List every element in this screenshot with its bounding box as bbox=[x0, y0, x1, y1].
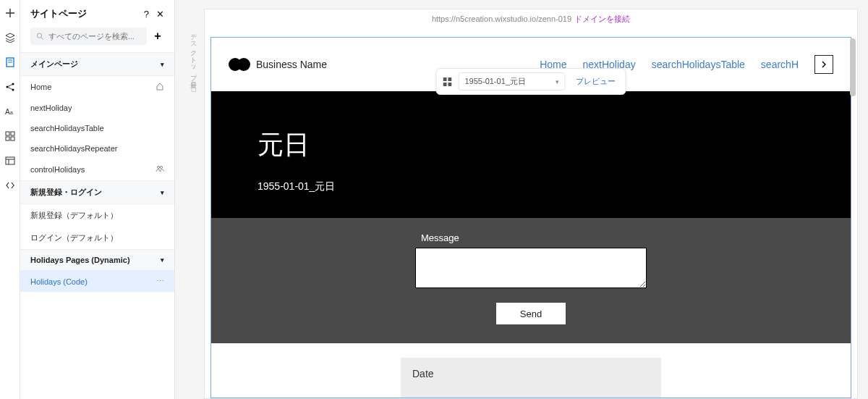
share-icon[interactable] bbox=[4, 81, 16, 93]
connect-domain-link[interactable]: ドメインを接続 bbox=[574, 14, 630, 25]
icon-rail: Aa bbox=[0, 0, 20, 399]
url-bar: https://n5creation.wixstudio.io/zenn-019… bbox=[205, 9, 857, 28]
page-label: searchHolidaysRepeater bbox=[30, 144, 117, 153]
section-auth[interactable]: 新規登録・ログイン ▾ bbox=[20, 180, 174, 204]
table-section: Date Message bbox=[211, 343, 851, 398]
chevron-down-icon: ▾ bbox=[161, 61, 164, 68]
scrollbar-thumb[interactable] bbox=[850, 38, 856, 96]
nav-more-button[interactable] bbox=[814, 55, 833, 74]
svg-rect-11 bbox=[11, 132, 14, 135]
breakpoint-label: デスクトップ最ロ◻ bbox=[188, 29, 198, 93]
section-label: Holidays Pages (Dynamic) bbox=[30, 256, 130, 264]
svg-text:a: a bbox=[10, 110, 13, 115]
page-label: 新規登録（デフォルト） bbox=[30, 210, 118, 221]
page-item-searchrepeater[interactable]: searchHolidaysRepeater bbox=[20, 138, 174, 159]
add-page-button[interactable]: + bbox=[151, 30, 164, 43]
svg-point-19 bbox=[157, 166, 159, 168]
hero-title: 元日 bbox=[258, 127, 804, 163]
typography-icon[interactable]: Aa bbox=[4, 106, 16, 117]
svg-rect-13 bbox=[11, 137, 14, 140]
brand[interactable]: Business Name bbox=[229, 58, 327, 71]
svg-rect-23 bbox=[443, 83, 447, 86]
svg-line-18 bbox=[41, 38, 43, 40]
section-main-pages[interactable]: メインページ ▾ bbox=[20, 52, 174, 76]
page-label: ログイン（デフォルト） bbox=[30, 232, 118, 243]
sidebar-header: サイトページ ? ✕ bbox=[20, 0, 174, 28]
brand-name: Business Name bbox=[256, 59, 327, 70]
page-label: Holidays (Code) bbox=[30, 277, 88, 286]
chevron-down-icon: ▾ bbox=[161, 189, 164, 196]
svg-text:A: A bbox=[5, 108, 10, 116]
layers-icon[interactable] bbox=[4, 32, 16, 43]
page-item-controlholidays[interactable]: controlHolidays bbox=[20, 159, 174, 180]
svg-point-17 bbox=[37, 33, 41, 38]
svg-point-20 bbox=[160, 166, 162, 168]
section-dynamic[interactable]: Holidays Pages (Dynamic) ▾ bbox=[20, 249, 174, 271]
nav-link-searchrepeater[interactable]: searchH bbox=[761, 59, 799, 70]
cms-icon[interactable] bbox=[4, 155, 16, 167]
logo-icon bbox=[229, 58, 249, 71]
search-input[interactable] bbox=[48, 32, 141, 41]
preview-link[interactable]: プレビュー bbox=[571, 76, 620, 87]
pages-icon[interactable] bbox=[4, 56, 16, 68]
table-header-message: Message bbox=[401, 390, 661, 398]
dataset-icon[interactable] bbox=[443, 77, 453, 87]
svg-rect-10 bbox=[6, 132, 9, 135]
message-input[interactable] bbox=[415, 248, 647, 288]
more-icon[interactable]: ⋯ bbox=[156, 277, 164, 286]
page-dropdown[interactable]: 1955-01-01_元日 ▾ bbox=[459, 72, 566, 91]
page-label: nextHoliday bbox=[30, 104, 72, 112]
svg-line-7 bbox=[8, 88, 12, 90]
svg-rect-21 bbox=[443, 77, 447, 81]
help-icon[interactable]: ? bbox=[144, 9, 149, 20]
svg-rect-14 bbox=[6, 157, 14, 164]
section-label: メインページ bbox=[30, 59, 78, 70]
message-label: Message bbox=[421, 232, 459, 243]
page-toolbar: 1955-01-01_元日 ▾ プレビュー bbox=[436, 68, 626, 95]
nav-link-searchtable[interactable]: searchHolidaysTable bbox=[652, 59, 745, 70]
page-item-searchtable[interactable]: searchHolidaysTable bbox=[20, 118, 174, 138]
page-label: Home bbox=[30, 83, 51, 91]
preview-url: https://n5creation.wixstudio.io/zenn-019 bbox=[432, 14, 571, 23]
page-label: controlHolidays bbox=[30, 165, 85, 174]
page-item-signup[interactable]: 新規登録（デフォルト） bbox=[20, 204, 174, 227]
svg-rect-22 bbox=[448, 77, 452, 81]
editor-canvas: https://n5creation.wixstudio.io/zenn-019… bbox=[204, 9, 858, 399]
chevron-down-icon: ▾ bbox=[161, 256, 164, 264]
message-form: Message Send bbox=[211, 218, 851, 343]
section-label: 新規登録・ログイン bbox=[30, 187, 102, 198]
page-label: searchHolidaysTable bbox=[30, 124, 104, 133]
apps-icon[interactable] bbox=[4, 130, 16, 142]
pages-sidebar: サイトページ ? ✕ + メインページ ▾ Home nextHoliday s… bbox=[20, 0, 175, 399]
page-item-home[interactable]: Home bbox=[20, 76, 174, 98]
close-icon[interactable]: ✕ bbox=[156, 9, 164, 20]
sidebar-title: サイトページ bbox=[30, 7, 87, 20]
svg-line-6 bbox=[8, 85, 12, 87]
page-item-holidays-code[interactable]: Holidays (Code) ⋯ bbox=[20, 271, 174, 292]
add-icon[interactable] bbox=[4, 7, 16, 19]
page-dropdown-value: 1955-01-01_元日 bbox=[465, 76, 526, 87]
chevron-right-icon bbox=[820, 61, 827, 68]
site-frame: 1955-01-01_元日 ▾ プレビュー Business Name Home… bbox=[210, 37, 851, 398]
data-table: Date Message bbox=[401, 358, 661, 398]
svg-rect-12 bbox=[6, 137, 9, 140]
send-button[interactable]: Send bbox=[496, 303, 566, 324]
search-icon bbox=[36, 32, 44, 41]
hero-section: 元日 1955-01-01_元日 bbox=[211, 91, 851, 218]
page-item-login[interactable]: ログイン（デフォルト） bbox=[20, 227, 174, 249]
code-icon[interactable] bbox=[4, 180, 16, 191]
svg-rect-24 bbox=[448, 83, 452, 86]
home-icon bbox=[156, 82, 164, 92]
search-input-wrap[interactable] bbox=[30, 28, 147, 45]
hero-subtitle: 1955-01-01_元日 bbox=[258, 180, 804, 193]
table-header-date: Date bbox=[401, 358, 661, 390]
people-icon bbox=[156, 164, 164, 175]
chevron-down-icon: ▾ bbox=[556, 78, 559, 85]
page-item-nextholiday[interactable]: nextHoliday bbox=[20, 98, 174, 118]
